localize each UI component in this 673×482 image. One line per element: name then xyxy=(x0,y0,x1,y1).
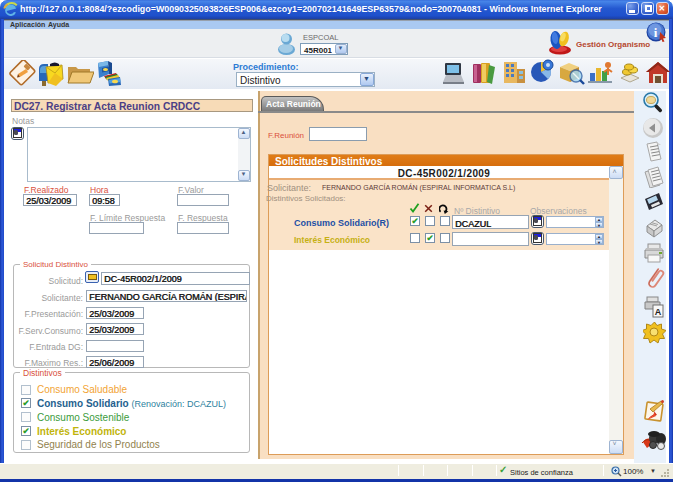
svg-text:A: A xyxy=(655,307,662,317)
svg-text:i: i xyxy=(654,25,658,40)
